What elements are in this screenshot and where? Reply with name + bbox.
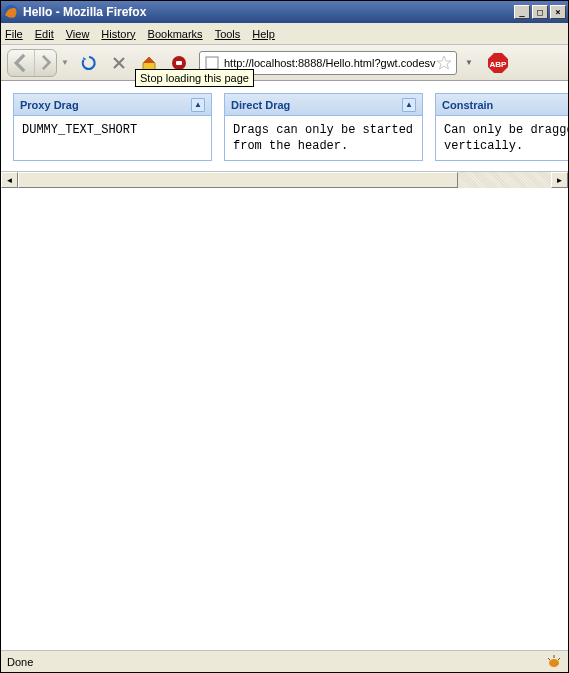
menu-view[interactable]: View xyxy=(66,28,90,40)
panel-header[interactable]: Direct Drag ▲ xyxy=(225,94,422,116)
panel-header[interactable]: Constrain ▲ xyxy=(436,94,568,116)
navigation-toolbar: ▼ ▼ ABP xyxy=(1,45,568,81)
panel-header[interactable]: Proxy Drag ▲ xyxy=(14,94,211,116)
stop-button[interactable] xyxy=(107,51,131,75)
menu-bookmarks[interactable]: Bookmarks xyxy=(148,28,203,40)
svg-rect-3 xyxy=(206,57,218,69)
adblock-plus-icon[interactable]: ABP xyxy=(487,52,509,74)
status-text: Done xyxy=(7,656,33,668)
scroll-left-icon[interactable]: ◄ xyxy=(1,172,18,188)
menu-bar: File Edit View History Bookmarks Tools H… xyxy=(1,23,568,45)
menu-history[interactable]: History xyxy=(101,28,135,40)
menu-file[interactable]: File xyxy=(5,28,23,40)
svg-rect-2 xyxy=(176,61,182,65)
panel-direct-drag[interactable]: Direct Drag ▲ Drags can only be started … xyxy=(224,93,423,161)
horizontal-scrollbar[interactable]: ◄ ► xyxy=(1,171,568,188)
panel-title: Constrain xyxy=(442,99,493,111)
menu-tools[interactable]: Tools xyxy=(215,28,241,40)
reload-button[interactable] xyxy=(77,51,101,75)
svg-text:ABP: ABP xyxy=(490,60,508,69)
panel-body: DUMMY_TEXT_SHORT xyxy=(14,116,211,148)
forward-button[interactable] xyxy=(34,50,56,76)
panel-body: Drags can only be started from the heade… xyxy=(225,116,422,160)
menu-edit[interactable]: Edit xyxy=(35,28,54,40)
panel-constrain[interactable]: Constrain ▲ Can only be dragged vertical… xyxy=(435,93,568,161)
scroll-thumb[interactable] xyxy=(18,172,458,188)
firefox-icon xyxy=(3,4,19,20)
minimize-button[interactable]: _ xyxy=(514,5,530,19)
maximize-button[interactable]: □ xyxy=(532,5,548,19)
panel-body: Can only be dragged vertically. xyxy=(436,116,568,160)
panel-proxy-drag[interactable]: Proxy Drag ▲ DUMMY_TEXT_SHORT xyxy=(13,93,212,161)
collapse-icon[interactable]: ▲ xyxy=(191,98,205,112)
panel-title: Proxy Drag xyxy=(20,99,79,111)
panel-title: Direct Drag xyxy=(231,99,290,111)
firebug-icon[interactable] xyxy=(546,654,562,670)
window-title: Hello - Mozilla Firefox xyxy=(23,5,146,19)
history-dropdown-icon[interactable]: ▼ xyxy=(61,58,71,67)
close-button[interactable]: × xyxy=(550,5,566,19)
menu-help[interactable]: Help xyxy=(252,28,275,40)
scroll-right-icon[interactable]: ► xyxy=(551,172,568,188)
stop-button-tooltip: Stop loading this page xyxy=(135,69,254,87)
status-bar: Done xyxy=(1,650,568,672)
url-dropdown-icon[interactable]: ▼ xyxy=(463,58,475,67)
svg-point-6 xyxy=(549,659,559,667)
url-input[interactable] xyxy=(224,57,436,69)
window-titlebar: Hello - Mozilla Firefox _ □ × xyxy=(1,1,568,23)
back-button[interactable] xyxy=(8,50,34,76)
panels-container: Proxy Drag ▲ DUMMY_TEXT_SHORT Direct Dra… xyxy=(1,81,568,167)
bookmark-star-icon[interactable] xyxy=(436,55,452,71)
page-content: Proxy Drag ▲ DUMMY_TEXT_SHORT Direct Dra… xyxy=(1,81,568,650)
nav-buttons xyxy=(7,49,57,77)
collapse-icon[interactable]: ▲ xyxy=(402,98,416,112)
scroll-track[interactable] xyxy=(18,172,551,188)
